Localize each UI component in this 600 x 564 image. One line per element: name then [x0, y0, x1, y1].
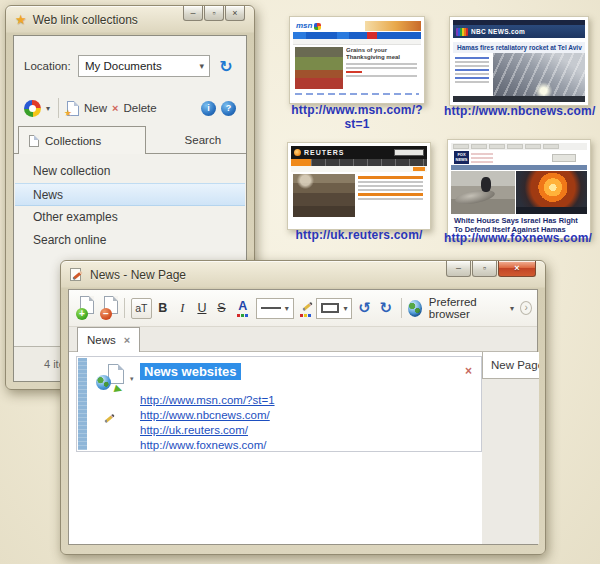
tab-new-page[interactable]: New Page	[482, 352, 539, 379]
note-links: http://www.msn.com/?st=1 http://www.nbcn…	[140, 393, 275, 453]
strikethrough-button[interactable]: S	[213, 298, 230, 318]
text-line	[455, 69, 489, 71]
msn-logo: msn	[296, 22, 312, 30]
list-item-new-collection[interactable]: New collection	[15, 160, 245, 183]
fox-logo: FOX NEWS	[454, 151, 469, 164]
delete-button[interactable]: Delete	[123, 102, 156, 114]
maximize-button[interactable]: ▫	[472, 261, 497, 277]
minimize-button[interactable]: –	[183, 6, 203, 21]
underline-button[interactable]: U	[194, 298, 211, 318]
new-button[interactable]: New	[84, 102, 107, 114]
tab-close-icon[interactable]: ×	[124, 334, 130, 346]
tab-news[interactable]: News ×	[77, 327, 140, 352]
italic-button[interactable]: I	[174, 298, 191, 318]
text-line	[455, 77, 489, 79]
location-value: My Documents	[85, 60, 162, 72]
line-dropdown-icon: ▾	[285, 304, 289, 313]
delete-icon[interactable]: ×	[112, 102, 118, 114]
list-item-search-online[interactable]: Search online	[15, 229, 245, 252]
fox-searchbox	[552, 154, 576, 162]
font-button[interactable]: aT	[131, 298, 151, 319]
link-nbcnews[interactable]: http://www.nbcnews.com/	[140, 408, 275, 423]
nbc-rocket-photo	[493, 53, 585, 96]
line-style-dropdown[interactable]: ▾	[256, 298, 294, 319]
minimize-button[interactable]: –	[446, 261, 471, 277]
note-drag-handle[interactable]	[78, 358, 87, 450]
msn-butterfly-icon	[314, 23, 321, 30]
msn-article-photo	[295, 47, 343, 89]
info-button[interactable]: i	[201, 101, 216, 116]
notes-app-icon	[70, 268, 84, 282]
nbc-thumbnail-image: NBC NEWS.com Hamas fires retaliatory roc…	[453, 20, 585, 102]
text-line	[455, 65, 489, 67]
note-icon-dropdown[interactable]: ▾	[130, 375, 134, 383]
text-line	[358, 193, 423, 196]
bold-button[interactable]: B	[155, 298, 172, 318]
collections-tab-label: Collections	[45, 135, 101, 147]
browser-chooser-dropdown-icon[interactable]: ▾	[46, 104, 50, 113]
web-links-note-icon[interactable]: ▶	[96, 364, 126, 392]
text-line	[455, 57, 489, 59]
shape-dropdown-icon: ▾	[343, 304, 347, 313]
msn-banner-image	[365, 21, 421, 31]
link-foxnews[interactable]: http://www.foxnews.com/	[140, 438, 275, 453]
note-title-selected[interactable]: News websites	[140, 363, 241, 380]
list-item-news[interactable]: News	[15, 183, 245, 206]
redo-button[interactable]: ↻	[377, 299, 395, 317]
add-page-button[interactable]: +	[74, 295, 95, 321]
maximize-button[interactable]: ▫	[204, 6, 224, 21]
text-line	[346, 63, 417, 65]
fox-url-caption: http://www.foxnews.com/	[442, 231, 594, 245]
new-star-icon: ★	[64, 108, 72, 118]
msn-url-caption: http://www.msn.com/?st=1	[282, 103, 432, 131]
combobox-dropdown-icon[interactable]: ▾	[199, 61, 209, 71]
note-close-icon[interactable]: ×	[465, 364, 472, 378]
text-line	[346, 71, 362, 73]
preferred-browser-button[interactable]: Preferred browser	[429, 296, 505, 320]
highlight-pen-button[interactable]	[297, 300, 314, 317]
font-color-label: A	[233, 300, 253, 313]
msn-navbar	[293, 32, 421, 39]
text-line	[455, 81, 489, 83]
page-canvas[interactable]: ▶ ▾ News websites http://www.msn.com/?st…	[69, 352, 482, 544]
nbc-url-caption: http://www.nbcnews.com/	[444, 104, 594, 118]
location-label: Location:	[24, 60, 74, 72]
browser-chooser-icon[interactable]	[24, 100, 41, 117]
preferred-browser-dropdown-icon[interactable]: ▾	[510, 304, 514, 313]
shape-style-dropdown[interactable]: ▾	[316, 298, 352, 319]
refresh-button[interactable]: ↻	[214, 57, 238, 76]
link-msn[interactable]: http://www.msn.com/?st=1	[140, 393, 275, 408]
close-button[interactable]: ×	[225, 6, 245, 21]
editor-toolbar: + – aT B I U S A ▾	[69, 290, 537, 327]
collections-window-title: Web link collections	[33, 13, 138, 27]
list-item-other-examples[interactable]: Other examples	[15, 206, 245, 229]
help-button[interactable]: ?	[221, 101, 236, 116]
tab-search[interactable]: Search	[160, 127, 246, 153]
toolbar-overflow-icon[interactable]: ›	[520, 301, 532, 315]
msn-thumbnail-image: msn Grains of your Thanksgiving meal	[293, 20, 421, 100]
tab-collections[interactable]: Collections	[18, 126, 146, 154]
collections-list: New collection News Other examples Searc…	[15, 160, 245, 252]
nbc-headline: Hamas fires retaliatory rocket at Tel Av…	[453, 42, 585, 53]
text-line	[358, 181, 423, 183]
close-button[interactable]: ×	[498, 261, 536, 277]
reuters-nav	[311, 159, 427, 166]
add-icon: +	[76, 308, 88, 320]
new-collection-icon[interactable]: ★	[67, 101, 79, 116]
undo-button[interactable]: ↺	[355, 299, 373, 317]
reuters-logo-icon	[294, 149, 301, 156]
reuters-logo: REUTERS	[304, 149, 344, 156]
edit-pencil-icon[interactable]	[103, 412, 116, 425]
text-line	[346, 67, 417, 69]
remove-page-button[interactable]: –	[98, 295, 119, 321]
reuters-nav-active	[291, 159, 311, 166]
reuters-breadcrumb	[291, 166, 427, 172]
note-box[interactable]: ▶ ▾ News websites http://www.msn.com/?st…	[76, 356, 482, 452]
location-combobox[interactable]: My Documents ▾	[78, 55, 210, 77]
text-line	[358, 185, 423, 187]
text-line	[455, 73, 489, 75]
text-line	[358, 198, 423, 200]
reuters-new-badge	[413, 167, 425, 171]
link-reuters[interactable]: http://uk.reuters.com/	[140, 423, 275, 438]
font-color-button[interactable]: A	[233, 300, 253, 317]
